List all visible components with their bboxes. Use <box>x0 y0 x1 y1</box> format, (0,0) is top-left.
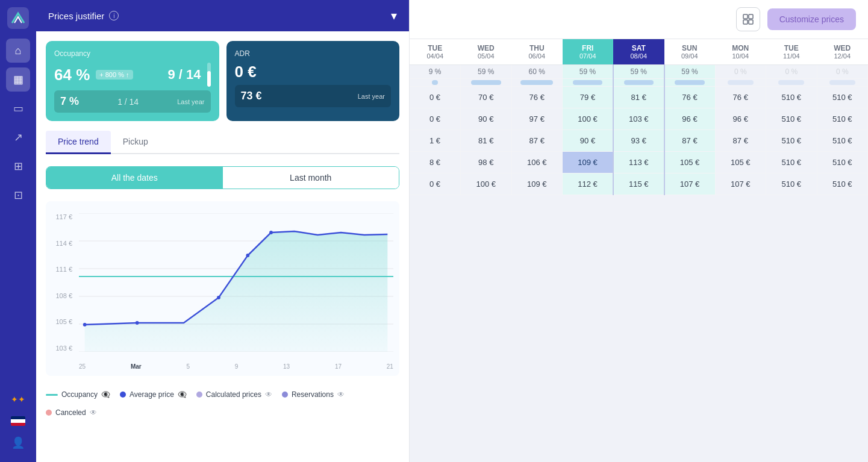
sidebar-item-filter[interactable]: ⊞ <box>6 154 30 178</box>
pr1-8[interactable]: 510 € <box>817 108 868 130</box>
occ-bar-2 <box>511 79 563 87</box>
sidebar-item-home[interactable]: ⌂ <box>6 39 30 63</box>
occ-bar-6 <box>715 79 766 87</box>
pr3-0[interactable]: 8 € <box>410 152 461 173</box>
legend-reservations-eye[interactable]: 👁 <box>337 390 345 399</box>
customize-prices-button[interactable]: Customize prices <box>767 8 856 30</box>
sidebar-item-stars[interactable]: ✦✦ <box>6 387 30 411</box>
pr1-3[interactable]: 100 € <box>563 108 614 130</box>
col-header-fri: FRI 07/04 <box>563 39 614 65</box>
legend-reservations-dot <box>282 392 288 398</box>
y-axis-labels: 117 € 114 € 111 € 108 € 105 € 103 € <box>46 213 77 352</box>
pr4-8[interactable]: 510 € <box>817 173 868 195</box>
pr1-7[interactable]: 510 € <box>766 108 817 130</box>
legend-avg-price-eye[interactable]: 👁‍🗨 <box>178 390 187 399</box>
adr-main: 0 € <box>235 63 392 81</box>
col-header-wed1: WED 05/04 <box>461 39 512 65</box>
pr3-6[interactable]: 105 € <box>715 152 766 173</box>
pr2-1[interactable]: 81 € <box>461 130 512 152</box>
tabs-row: Price trend Pickup <box>46 131 399 154</box>
tab-price-trend[interactable]: Price trend <box>46 131 111 154</box>
pr4-4[interactable]: 115 € <box>613 173 664 195</box>
occ-pct-4: 59 % <box>613 65 664 79</box>
pr0-6[interactable]: 76 € <box>715 87 766 108</box>
legend-canceled-eye[interactable]: 👁 <box>90 408 97 417</box>
pr4-0[interactable]: 0 € <box>410 173 461 195</box>
y-label-3: 111 € <box>46 266 72 273</box>
occupancy-card: Occupancy 64 % + 800 % ↑ 9 / 14 7 % 1 / … <box>46 41 219 121</box>
tab-pickup[interactable]: Pickup <box>111 131 160 154</box>
pr0-1[interactable]: 70 € <box>461 87 512 108</box>
legend-canceled: Canceled 👁 <box>46 408 97 417</box>
date-btn-all[interactable]: All the dates <box>46 167 223 189</box>
pr3-3[interactable]: 109 € <box>563 152 614 173</box>
pr3-4[interactable]: 113 € <box>613 152 664 173</box>
pr2-4[interactable]: 93 € <box>613 130 664 152</box>
y-label-5: 105 € <box>46 318 72 325</box>
svg-point-12 <box>246 254 249 257</box>
occupancy-last-year: Last year <box>177 98 204 105</box>
svg-rect-0 <box>7 7 29 29</box>
pr2-5[interactable]: 87 € <box>664 130 716 152</box>
occ-pct-1: 59 % <box>461 65 512 79</box>
date-btn-last-month[interactable]: Last month <box>223 167 399 189</box>
app-logo[interactable] <box>7 7 29 29</box>
sidebar-item-briefcase[interactable]: ⊡ <box>6 183 30 207</box>
pr0-0[interactable]: 0 € <box>410 87 461 108</box>
pr1-6[interactable]: 96 € <box>715 108 766 130</box>
table-view-button[interactable] <box>736 7 760 31</box>
sidebar: ⌂ ▦ ▭ ↗ ⊞ ⊡ ✦✦ 👤 <box>0 0 36 462</box>
y-label-1: 117 € <box>46 213 72 220</box>
pr2-8[interactable]: 510 € <box>817 130 868 152</box>
pr1-5[interactable]: 96 € <box>664 108 716 130</box>
pr2-2[interactable]: 87 € <box>511 130 563 152</box>
pr4-3[interactable]: 112 € <box>563 173 614 195</box>
pr2-0[interactable]: 1 € <box>410 130 461 152</box>
svg-point-9 <box>83 323 87 326</box>
sidebar-item-user[interactable]: 👤 <box>6 431 30 455</box>
calendar-header-row-days: TUE 04/04 WED 05/04 THU 06/04 FRI 07/04 <box>410 39 868 65</box>
pr4-6[interactable]: 107 € <box>715 173 766 195</box>
sidebar-item-calendar[interactable]: ▦ <box>6 67 30 92</box>
pr3-8[interactable]: 510 € <box>817 152 868 173</box>
occ-pct-5: 59 % <box>664 65 716 79</box>
pr4-5[interactable]: 107 € <box>664 173 716 195</box>
pr2-7[interactable]: 510 € <box>766 130 817 152</box>
occupancy-bar <box>207 63 211 87</box>
pr3-5[interactable]: 105 € <box>664 152 716 173</box>
legend-calc-prices-eye[interactable]: 👁 <box>265 390 272 399</box>
pr1-4[interactable]: 103 € <box>613 108 664 130</box>
price-row-4: 0 € 100 € 109 € 112 € 115 € 107 € 107 € … <box>410 173 868 195</box>
pr3-1[interactable]: 98 € <box>461 152 512 173</box>
pr0-2[interactable]: 76 € <box>511 87 563 108</box>
pr1-1[interactable]: 90 € <box>461 108 512 130</box>
right-panel: Customize prices TUE 04/04 WED 05/04 THU… <box>410 0 868 462</box>
sidebar-bottom: ✦✦ 👤 <box>6 387 30 455</box>
legend-occupancy-eye[interactable]: 👁‍🗨 <box>101 390 110 399</box>
flag-icon[interactable] <box>11 416 25 426</box>
pr4-2[interactable]: 109 € <box>511 173 563 195</box>
sidebar-item-trend[interactable]: ↗ <box>6 125 30 149</box>
svg-rect-14 <box>743 14 748 19</box>
pr3-2[interactable]: 106 € <box>511 152 563 173</box>
pr3-7[interactable]: 510 € <box>766 152 817 173</box>
occupancy-secondary-value: 7 % <box>60 95 79 108</box>
pr0-4[interactable]: 81 € <box>613 87 664 108</box>
pr0-7[interactable]: 510 € <box>766 87 817 108</box>
pr1-0[interactable]: 0 € <box>410 108 461 130</box>
pr0-5[interactable]: 76 € <box>664 87 716 108</box>
pr2-3[interactable]: 90 € <box>563 130 614 152</box>
info-icon[interactable]: i <box>109 11 119 20</box>
panel-chevron[interactable]: ▾ <box>391 8 397 23</box>
pr2-6[interactable]: 87 € <box>715 130 766 152</box>
pr0-8[interactable]: 510 € <box>817 87 868 108</box>
pr1-2[interactable]: 97 € <box>511 108 563 130</box>
occ-bar-row <box>410 79 868 87</box>
pr0-3[interactable]: 79 € <box>563 87 614 108</box>
occupancy-pct-row: 9 % 59 % 60 % 59 % 59 % 59 % 0 % 0 % 0 % <box>410 65 868 79</box>
sidebar-item-analytics[interactable]: ▭ <box>6 96 30 120</box>
pr4-7[interactable]: 510 € <box>766 173 817 195</box>
pr4-1[interactable]: 100 € <box>461 173 512 195</box>
panel-header: Prices justifier i ▾ <box>36 0 409 31</box>
occupancy-main: 64 % + 800 % ↑ 9 / 14 <box>54 63 211 87</box>
